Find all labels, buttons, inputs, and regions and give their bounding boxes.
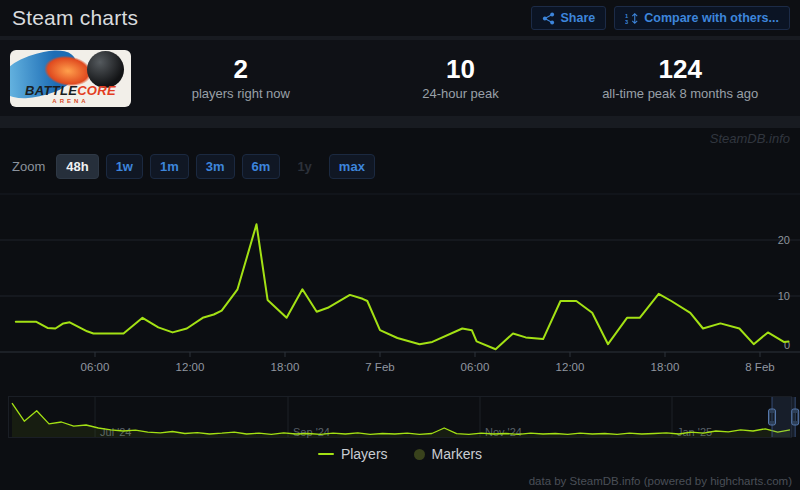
stat-label: all-time peak 8 months ago (570, 86, 790, 101)
capsule-game-logo-sub: ARENA (10, 98, 131, 104)
svg-text:18:00: 18:00 (271, 361, 300, 373)
share-button-label: Share (561, 11, 596, 25)
chart-panel: SteamDB.info Zoom 48h 1w 1m 3m 6m 1y max… (0, 128, 800, 490)
navigator-handle-right[interactable] (792, 409, 799, 425)
svg-text:12:00: 12:00 (556, 361, 585, 373)
stat-value: 2 (131, 55, 351, 85)
zoom-button-1y[interactable]: 1y (287, 154, 321, 179)
legend-item-markers[interactable]: Markers (414, 446, 483, 462)
zoom-button-6m[interactable]: 6m (242, 154, 281, 179)
stat-24h-peak: 10 24-hour peak (351, 55, 571, 101)
stat-current-players: 2 players right now (131, 55, 351, 101)
share-button[interactable]: Share (531, 6, 607, 30)
legend-label: Players (341, 446, 388, 462)
legend-item-players[interactable]: Players (318, 446, 388, 462)
zoom-button-max[interactable]: max (329, 154, 375, 179)
steamdb-watermark: SteamDB.info (710, 131, 790, 146)
zoom-button-1m[interactable]: 1m (150, 154, 189, 179)
svg-text:7 Feb: 7 Feb (365, 361, 394, 373)
compare-button-label: Compare with others... (644, 11, 779, 25)
svg-text:18:00: 18:00 (651, 361, 680, 373)
markers-dot-swatch (414, 449, 425, 460)
stat-label: players right now (131, 86, 351, 101)
chart-credits: data by SteamDB.info (powered by highcha… (529, 475, 792, 487)
stat-value: 124 (570, 55, 790, 85)
svg-text:3: 3 (625, 19, 628, 25)
svg-text:8 Feb: 8 Feb (745, 361, 774, 373)
zoom-label: Zoom (12, 159, 45, 174)
stat-alltime-peak: 124 all-time peak 8 months ago (570, 55, 790, 101)
compare-icon: 1 3 (625, 12, 638, 25)
players-line-swatch (318, 453, 334, 455)
chart-legend: Players Markers (0, 446, 800, 462)
stat-value: 10 (351, 55, 571, 85)
compare-button[interactable]: 1 3 Compare with others... (614, 6, 790, 30)
svg-text:12:00: 12:00 (176, 361, 205, 373)
navigator-handle-left[interactable] (769, 409, 776, 425)
svg-text:20: 20 (778, 234, 790, 246)
zoom-button-1w[interactable]: 1w (106, 154, 143, 179)
share-icon (542, 12, 555, 25)
svg-text:06:00: 06:00 (461, 361, 490, 373)
svg-text:1: 1 (625, 12, 628, 18)
game-capsule-image[interactable]: BATTLECORE ARENA (10, 50, 131, 107)
stat-label: 24-hour peak (351, 86, 571, 101)
legend-label: Markers (432, 446, 483, 462)
header-actions: Share 1 3 Compare with others... (531, 6, 791, 30)
navigator-chart[interactable]: Jul '24Sep '24Nov '24Jan '25 (0, 395, 800, 445)
zoom-button-48h[interactable]: 48h (56, 154, 98, 179)
stats-bar: BATTLECORE ARENA 2 players right now 10 … (0, 40, 800, 116)
players-line-chart[interactable]: 0102006:0012:0018:007 Feb06:0012:0018:00… (0, 185, 800, 385)
zoom-controls: Zoom 48h 1w 1m 3m 6m 1y max (12, 154, 375, 179)
page-title: Steam charts (12, 6, 138, 30)
svg-text:10: 10 (778, 290, 790, 302)
header: Steam charts Share 1 3 Compare with othe… (0, 0, 800, 36)
zoom-button-3m[interactable]: 3m (196, 154, 235, 179)
svg-text:06:00: 06:00 (81, 361, 110, 373)
capsule-game-logo: BATTLECORE (10, 84, 131, 97)
